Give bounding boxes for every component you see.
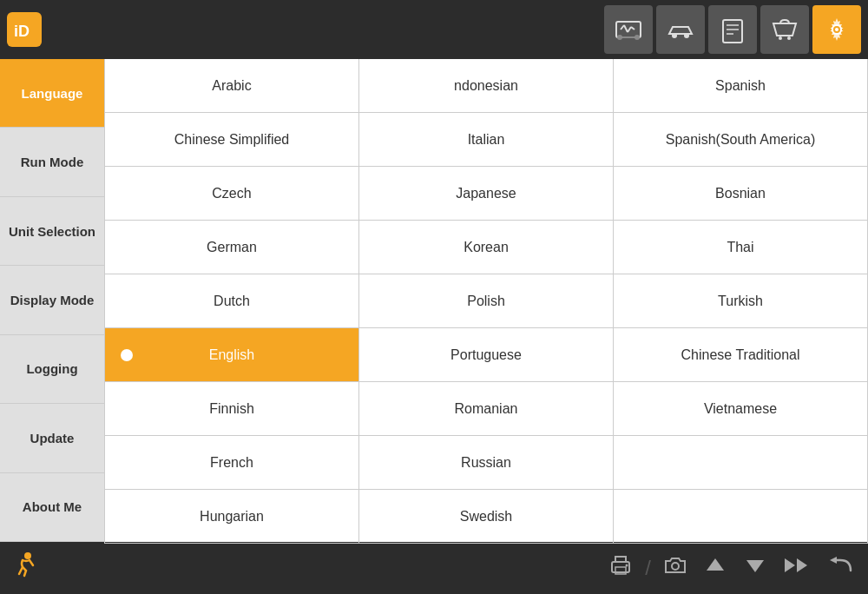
lang-cell-hungarian[interactable]: Hungarian bbox=[105, 490, 359, 544]
lang-cell-empty-8-2 bbox=[614, 490, 868, 544]
language-label: Polish bbox=[467, 294, 505, 309]
svg-text:iD: iD bbox=[14, 23, 30, 40]
separator: / bbox=[645, 556, 651, 580]
lang-cell-vietnamese[interactable]: Vietnamese bbox=[614, 382, 868, 436]
lang-cell-czech[interactable]: Czech bbox=[105, 167, 359, 221]
language-grid: ArabicndonesianSpanishChinese Simplified… bbox=[104, 59, 868, 544]
shop-button[interactable] bbox=[760, 5, 809, 54]
language-label: Romanian bbox=[455, 401, 518, 417]
selected-indicator bbox=[121, 349, 133, 361]
lang-cell-chinese-traditional[interactable]: Chinese Traditional bbox=[614, 328, 868, 382]
logo-icon: iD bbox=[7, 12, 42, 47]
svg-point-17 bbox=[779, 36, 782, 40]
language-label: Arabic bbox=[212, 78, 251, 94]
diagnostics-button[interactable] bbox=[604, 5, 653, 54]
svg-marker-30 bbox=[797, 558, 807, 572]
language-label: Chinese Traditional bbox=[681, 347, 800, 363]
header-toolbar bbox=[604, 5, 861, 54]
lang-cell-bosnian[interactable]: Bosnian bbox=[614, 167, 868, 221]
svg-point-8 bbox=[635, 35, 640, 40]
lang-cell-spanish[interactable]: Spanish bbox=[614, 59, 868, 113]
main-content: LanguageRun ModeUnit SelectionDisplay Mo… bbox=[0, 59, 868, 542]
lang-cell-turkish[interactable]: Turkish bbox=[614, 274, 868, 328]
language-label: Vietnamese bbox=[704, 401, 777, 417]
lang-cell-chinese-simplified[interactable]: Chinese Simplified bbox=[105, 113, 359, 167]
lang-cell-ndonesian[interactable]: ndonesian bbox=[359, 59, 614, 113]
language-label: Korean bbox=[464, 240, 509, 255]
language-label: Turkish bbox=[718, 294, 763, 309]
svg-marker-29 bbox=[785, 558, 795, 572]
scroll-down-button[interactable] bbox=[740, 550, 771, 586]
lang-cell-korean[interactable]: Korean bbox=[359, 221, 614, 274]
language-label: Russian bbox=[461, 455, 511, 471]
lang-cell-polish[interactable]: Polish bbox=[359, 274, 614, 328]
svg-point-25 bbox=[626, 564, 628, 567]
language-label: German bbox=[207, 240, 257, 255]
sidebar-item-about-me[interactable]: About Me bbox=[0, 473, 104, 542]
lang-cell-dutch[interactable]: Dutch bbox=[105, 274, 359, 328]
lang-cell-swedish[interactable]: Swedish bbox=[359, 490, 614, 544]
language-label: Portuguese bbox=[450, 347, 522, 363]
svg-point-22 bbox=[24, 552, 31, 559]
app-logo: iD bbox=[7, 12, 49, 47]
lang-cell-portuguese[interactable]: Portuguese bbox=[359, 328, 614, 382]
language-label: Thai bbox=[727, 240, 753, 255]
svg-line-6 bbox=[631, 27, 635, 30]
sidebar: LanguageRun ModeUnit SelectionDisplay Mo… bbox=[0, 59, 104, 542]
lang-cell-japanese[interactable]: Japanese bbox=[359, 167, 614, 221]
lang-cell-german[interactable]: German bbox=[105, 221, 359, 274]
sidebar-item-run-mode[interactable]: Run Mode bbox=[0, 128, 104, 196]
lang-cell-russian[interactable]: Russian bbox=[359, 436, 614, 490]
language-label: English bbox=[209, 347, 254, 363]
language-label: French bbox=[210, 455, 253, 471]
svg-line-4 bbox=[624, 25, 628, 32]
sidebar-item-update[interactable]: Update bbox=[0, 404, 104, 472]
print-button[interactable] bbox=[605, 550, 636, 586]
header: iD bbox=[0, 0, 868, 59]
back-button[interactable] bbox=[823, 550, 858, 586]
screenshot-button[interactable] bbox=[660, 550, 691, 586]
scroll-up-button[interactable] bbox=[700, 550, 731, 586]
lang-cell-english[interactable]: English bbox=[105, 328, 359, 382]
svg-point-21 bbox=[835, 28, 838, 31]
language-label: Chinese Simplified bbox=[174, 132, 290, 148]
lang-cell-finnish[interactable]: Finnish bbox=[105, 382, 359, 436]
sidebar-item-language[interactable]: Language bbox=[0, 59, 104, 128]
lang-cell-spanish-south-america-[interactable]: Spanish(South America) bbox=[614, 113, 868, 167]
vehicle-button[interactable] bbox=[656, 5, 705, 54]
lang-cell-arabic[interactable]: Arabic bbox=[105, 59, 359, 113]
svg-marker-28 bbox=[746, 560, 764, 572]
svg-point-18 bbox=[787, 36, 791, 40]
svg-marker-27 bbox=[707, 558, 724, 571]
lang-cell-italian[interactable]: Italian bbox=[359, 113, 614, 167]
language-label: Dutch bbox=[214, 294, 250, 309]
sidebar-item-logging[interactable]: Logging bbox=[0, 335, 104, 404]
sidebar-item-unit-selection[interactable]: Unit Selection bbox=[0, 197, 104, 266]
language-label: Italian bbox=[468, 132, 505, 148]
svg-marker-31 bbox=[830, 557, 837, 564]
svg-point-7 bbox=[617, 35, 622, 40]
language-label: Spanish bbox=[715, 78, 766, 94]
language-label: Bosnian bbox=[715, 186, 766, 201]
footer: / bbox=[0, 542, 868, 594]
sidebar-item-display-mode[interactable]: Display Mode bbox=[0, 266, 104, 334]
language-label: Spanish(South America) bbox=[666, 132, 816, 148]
svg-line-5 bbox=[628, 27, 631, 32]
language-label: ndonesian bbox=[454, 78, 518, 94]
language-label: Swedish bbox=[460, 509, 512, 525]
lang-cell-thai[interactable]: Thai bbox=[614, 221, 868, 274]
manual-button[interactable] bbox=[708, 5, 757, 54]
lang-cell-romanian[interactable]: Romanian bbox=[359, 382, 614, 436]
lang-cell-empty-7-2 bbox=[614, 436, 868, 490]
footer-controls: / bbox=[605, 550, 858, 586]
svg-rect-13 bbox=[723, 20, 742, 43]
fast-forward-button[interactable] bbox=[779, 550, 814, 586]
settings-button[interactable] bbox=[812, 5, 861, 54]
language-label: Hungarian bbox=[200, 509, 264, 525]
language-label: Finnish bbox=[209, 401, 254, 417]
svg-point-26 bbox=[672, 563, 679, 570]
lang-cell-french[interactable]: French bbox=[105, 436, 359, 490]
language-label: Japanese bbox=[456, 186, 516, 201]
language-label: Czech bbox=[212, 186, 251, 201]
footer-run-icon bbox=[10, 550, 42, 587]
